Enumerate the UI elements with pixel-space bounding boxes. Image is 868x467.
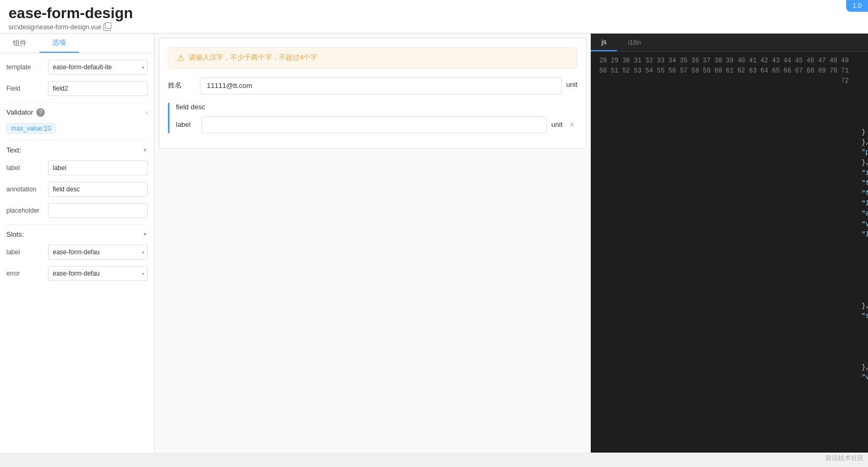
template-select[interactable]: ease-form-default-ite — [48, 60, 148, 75]
text-placeholder-input[interactable] — [48, 203, 148, 218]
app-header: ease-form-design src\design\ease-form-de… — [0, 0, 868, 34]
text-annotation-input[interactable] — [48, 182, 148, 197]
app-filepath: src\design\ease-form-design.vue — [9, 23, 859, 31]
validator-tag: max_value:10 — [6, 123, 56, 134]
label-field-close-button[interactable]: × — [567, 119, 577, 130]
alert-icon: ⚠ — [177, 53, 184, 63]
code-content: "options": { "continues": false, "persis… — [855, 52, 868, 453]
text-label-row: label — [6, 160, 148, 175]
code-tab-js[interactable]: js — [591, 34, 617, 51]
slots-label-select[interactable]: ease-form-defau — [48, 245, 148, 260]
code-container[interactable]: 28 29 30 31 32 33 34 35 36 37 38 39 40 4… — [591, 52, 868, 453]
line-numbers: 28 29 30 31 32 33 34 35 36 37 38 39 40 4… — [591, 52, 855, 453]
tab-components[interactable]: 组件 — [0, 34, 39, 53]
name-field-label: 姓名 — [168, 77, 200, 90]
text-expand-icon — [142, 147, 148, 153]
slots-title: Slots: — [6, 230, 24, 238]
label-field-row: label unit × — [176, 116, 577, 133]
validator-tags: max_value:10 — [6, 123, 148, 134]
text-annotation-row: annotation — [6, 182, 148, 197]
left-panel-tabs: 组件 选项 — [0, 34, 154, 53]
left-panel-content: template ease-form-default-ite ▾ Field V… — [0, 53, 154, 453]
text-placeholder-label: placeholder — [6, 207, 44, 214]
field-desc-title: field desc — [176, 103, 577, 111]
app-title: ease-form-design — [9, 4, 859, 22]
slots-error-row: error ease-form-defau ▾ — [6, 266, 148, 281]
name-field-input[interactable] — [200, 77, 562, 94]
text-label-input[interactable] — [48, 160, 148, 175]
field-row: Field — [6, 81, 148, 96]
validator-help-icon[interactable]: ? — [36, 108, 45, 117]
validator-section-header[interactable]: Validator ? › — [6, 107, 148, 118]
slots-expand-icon — [142, 231, 148, 237]
code-tabs: js i18n — [591, 34, 868, 52]
slots-error-select[interactable]: ease-form-defau — [48, 266, 148, 281]
slots-label-row: label ease-form-defau ▾ — [6, 245, 148, 260]
template-label: template — [6, 63, 44, 71]
version-badge[interactable]: 1.0 — [846, 0, 868, 12]
middle-panel: ⚠ 请输入汉字，不少于两个字，不超过4个字 姓名 unit field desc… — [155, 34, 591, 453]
text-placeholder-row: placeholder — [6, 203, 148, 218]
left-panel: 组件 选项 template ease-form-default-ite ▾ F… — [0, 34, 155, 453]
label-field-unit: unit — [551, 120, 562, 128]
text-label-label: label — [6, 164, 44, 172]
label-field-input[interactable] — [202, 116, 547, 133]
name-field-unit: unit — [566, 77, 577, 88]
right-panel: js i18n 28 29 30 31 32 33 34 35 36 37 38… — [591, 34, 868, 453]
slots-section-header[interactable]: Slots: — [6, 229, 148, 239]
field-input[interactable] — [48, 81, 148, 96]
slots-label-label: label — [6, 248, 44, 256]
copy-icon[interactable] — [103, 23, 111, 31]
label-field-label: label — [176, 120, 197, 128]
divider-3 — [6, 224, 148, 225]
alert-text: 请输入汉字，不少于两个字，不超过4个字 — [189, 53, 317, 62]
code-tab-i18n[interactable]: i18n — [617, 34, 652, 51]
name-field-row: 姓名 unit — [168, 77, 577, 94]
validator-expand-icon: › — [146, 109, 148, 116]
divider-2 — [6, 140, 148, 141]
text-section-header[interactable]: Text: — [6, 145, 148, 155]
field-label: Field — [6, 85, 44, 92]
text-title: Text: — [6, 146, 21, 154]
template-row: template ease-form-default-ite ▾ — [6, 60, 148, 75]
field-desc-section: field desc label unit × — [168, 103, 577, 133]
tab-options[interactable]: 选项 — [39, 34, 79, 53]
template-select-wrapper: ease-form-default-ite ▾ — [48, 60, 148, 75]
form-preview: ⚠ 请输入汉字，不少于两个字，不超过4个字 姓名 unit field desc… — [159, 38, 586, 149]
text-annotation-label: annotation — [6, 186, 44, 193]
divider-1 — [6, 102, 148, 103]
alert-bar: ⚠ 请输入汉字，不少于两个字，不超过4个字 — [168, 47, 577, 69]
slots-error-label: error — [6, 270, 44, 277]
validator-title: Validator — [6, 108, 33, 116]
main-container: 组件 选项 template ease-form-default-ite ▾ F… — [0, 34, 868, 453]
